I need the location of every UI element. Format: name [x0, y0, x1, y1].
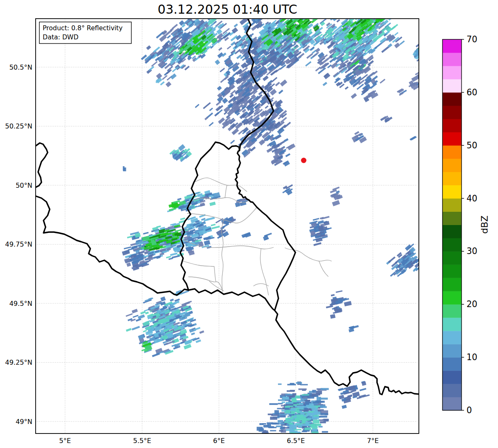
info-data-line: Data: DWD	[43, 34, 78, 41]
y-tick-label: 49.5°N	[9, 300, 32, 308]
colorbar-tick-label: 20	[467, 299, 477, 309]
radar-echo-layer	[122, 0, 428, 436]
colorbar-tick-label: 40	[467, 194, 477, 203]
y-tick-label: 49°N	[16, 418, 32, 426]
colorbar-ticks	[462, 39, 464, 410]
graticule-grid	[36, 19, 419, 433]
x-tick-label: 6°E	[213, 437, 225, 445]
y-tick-label: 50°N	[16, 182, 32, 189]
colorbar-tick-label: 0	[467, 405, 472, 415]
colorbar-tick-labels: 70 60 50 40 30 20 10 0	[467, 34, 477, 415]
plot-frame	[36, 19, 419, 433]
colorbar-tick-label: 70	[467, 34, 477, 44]
colorbar-tick-label: 50	[467, 140, 477, 150]
colorbar-segments	[442, 39, 462, 411]
y-axis-tick-labels: 50.5°N 50.25°N 50°N 49.75°N 49.5°N 49.25…	[5, 63, 32, 426]
colorbar: 70 60 50 40 30 20 10 0 dBZ	[442, 34, 490, 415]
info-box: Product: 0.8° Reflectivity Data: DWD	[39, 22, 131, 44]
colorbar-tick-label: 30	[467, 246, 477, 256]
x-axis-tick-labels: 5°E 5.5°E 6°E 6.5°E 7°E	[59, 437, 379, 445]
x-tick-label: 6.5°E	[287, 437, 305, 445]
x-tick-label: 7°E	[367, 437, 379, 445]
info-product-line: Product: 0.8° Reflectivity	[43, 24, 123, 32]
colorbar-tick-label: 60	[467, 87, 477, 97]
y-tick-label: 49.75°N	[5, 240, 32, 248]
radar-site-marker	[301, 158, 307, 163]
x-tick-label: 5°E	[59, 437, 71, 445]
radar-figure: 03.12.2025 01:40 UTC Product: 0.8° Refle…	[0, 0, 498, 448]
colorbar-tick-label: 10	[467, 352, 477, 362]
y-tick-label: 50.25°N	[5, 122, 32, 130]
page-title: 03.12.2025 01:40 UTC	[158, 2, 297, 17]
x-tick-label: 5.5°E	[133, 437, 151, 445]
y-tick-label: 50.5°N	[9, 63, 32, 71]
radar-map-canvas: 03.12.2025 01:40 UTC Product: 0.8° Refle…	[0, 0, 498, 448]
y-tick-label: 49.25°N	[5, 358, 32, 366]
colorbar-axis-label: dBZ	[479, 216, 490, 234]
